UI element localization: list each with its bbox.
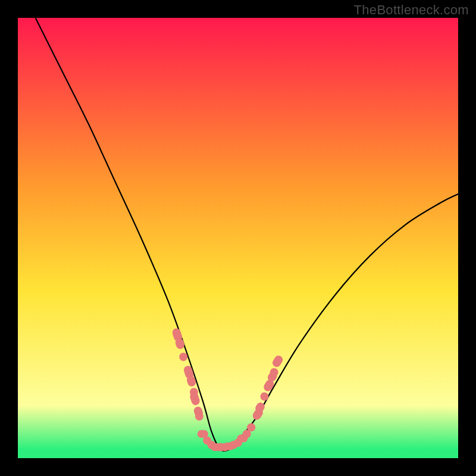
bottleneck-curve-line [36, 18, 458, 451]
watermark-text: TheBottleneck.com [354, 2, 469, 18]
curve-marker [247, 423, 255, 431]
curve-marker [259, 391, 270, 402]
chart-plot-area [18, 18, 458, 458]
outer-frame: TheBottleneck.com [0, 0, 476, 476]
bottleneck-curve-svg [18, 18, 458, 458]
curve-marker [271, 354, 284, 368]
curve-markers-group [171, 327, 284, 451]
